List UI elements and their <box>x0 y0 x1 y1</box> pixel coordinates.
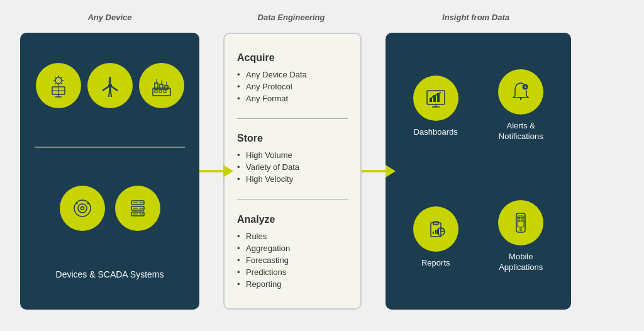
scada-device-icon <box>60 186 105 231</box>
devices-scada-label: Devices & SCADA Systems <box>56 269 164 279</box>
bottom-device-icons <box>60 186 160 231</box>
dashboards-card: Dashboards <box>398 45 474 166</box>
svg-point-30 <box>75 203 77 205</box>
svg-rect-68 <box>518 220 521 222</box>
top-device-icons <box>36 63 184 108</box>
reports-label: Reports <box>421 258 450 267</box>
svg-point-36 <box>142 202 143 203</box>
svg-rect-57 <box>433 232 434 234</box>
svg-point-39 <box>140 213 141 215</box>
dashboards-label: Dashboards <box>414 127 458 137</box>
analyze-section: Analyze • Rules • Aggregation • Forecast… <box>237 214 348 290</box>
svg-rect-22 <box>160 84 163 89</box>
factory-icon <box>139 63 184 108</box>
svg-rect-67 <box>521 217 524 220</box>
left-panel: Devices & SCADA Systems <box>20 33 199 310</box>
right-panel: Dashboards Alerts &Notific <box>386 33 571 310</box>
reports-icon <box>413 206 458 252</box>
svg-line-7 <box>61 77 62 78</box>
mobile-label: MobileApplications <box>499 252 543 273</box>
acquire-section: Acquire • Any Device Data • Any Protocol… <box>237 52 348 104</box>
svg-rect-66 <box>518 217 521 220</box>
svg-line-8 <box>55 84 56 85</box>
svg-rect-69 <box>521 220 524 222</box>
mobile-card: MobileApplications <box>484 176 559 297</box>
analyze-title: Analyze <box>237 214 348 225</box>
svg-point-0 <box>55 77 62 84</box>
dashboards-icon <box>413 76 458 121</box>
store-item-3: • High Velocity <box>237 173 348 185</box>
acquire-item-2: • Any Protocol <box>237 81 348 93</box>
svg-rect-58 <box>435 230 436 234</box>
store-item-1: • High Volume <box>237 149 348 161</box>
svg-point-29 <box>80 207 84 210</box>
wind-turbine-icon <box>87 63 133 108</box>
svg-point-31 <box>87 203 89 205</box>
middle-panel: Acquire • Any Device Data • Any Protocol… <box>223 33 362 310</box>
label-any-device: Any Device <box>87 13 131 22</box>
label-data-engineering: Data Engineering <box>258 13 325 22</box>
acquire-item-3: • Any Format <box>237 93 348 104</box>
svg-line-6 <box>61 84 62 85</box>
analyze-item-5: • Reporting <box>237 278 348 290</box>
alerts-card: Alerts &Notifications <box>484 45 559 166</box>
analyze-item-2: • Aggregation <box>237 242 348 254</box>
arrow-connector-2 <box>362 33 386 310</box>
svg-rect-24 <box>155 90 157 93</box>
svg-rect-25 <box>159 90 162 93</box>
alerts-label: Alerts &Notifications <box>499 121 543 142</box>
reports-card: Reports <box>398 176 474 297</box>
svg-point-38 <box>142 208 143 209</box>
svg-rect-23 <box>165 86 168 89</box>
store-item-2: • Variety of Data <box>237 161 348 173</box>
acquire-item-1: • Any Device Data <box>237 69 348 81</box>
store-title: Store <box>237 133 348 144</box>
svg-point-35 <box>140 202 141 203</box>
svg-point-40 <box>142 213 143 215</box>
svg-point-28 <box>78 204 87 213</box>
label-insight-from-data: Insight from Data <box>442 13 509 22</box>
arrow-connector-1 <box>199 33 223 310</box>
acquire-title: Acquire <box>237 52 348 64</box>
analyze-item-3: • Forecasting <box>237 254 348 266</box>
svg-line-5 <box>55 77 56 78</box>
analyze-item-4: • Predictions <box>237 266 348 278</box>
svg-point-37 <box>140 208 141 209</box>
store-section: Store • High Volume • Variety of Data • … <box>237 133 348 185</box>
svg-rect-26 <box>164 90 166 93</box>
alert-icon <box>498 69 543 115</box>
svg-point-65 <box>520 229 522 231</box>
solar-panel-icon <box>36 63 81 108</box>
server-rack-icon <box>115 186 160 231</box>
mobile-icon <box>498 200 543 245</box>
analyze-item-1: • Rules <box>237 230 348 242</box>
